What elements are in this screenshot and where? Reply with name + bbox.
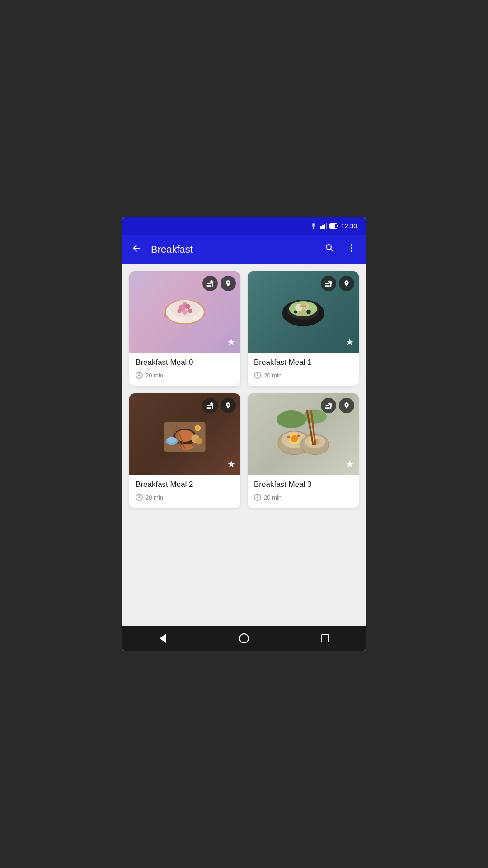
meal-duration-2: 20 min: [145, 494, 163, 501]
location-icon-1[interactable]: [339, 276, 354, 291]
status-icons: 12:30: [310, 222, 357, 230]
nav-recents-button[interactable]: [316, 629, 334, 647]
meal-image-container-1: ★: [248, 271, 359, 353]
svg-point-8: [351, 247, 352, 249]
meal-name-0: Breakfast Meal 0: [136, 358, 234, 367]
svg-point-27: [294, 310, 297, 313]
svg-point-18: [183, 302, 187, 307]
overlay-icons-3: [321, 398, 354, 413]
back-triangle-icon: [160, 634, 166, 643]
svg-point-53: [287, 436, 290, 438]
meal-illustration-3: [274, 405, 333, 463]
meal-info-2: Breakfast Meal 2 20 min: [129, 475, 240, 508]
clock-icon-3: [254, 494, 261, 501]
nav-home-button[interactable]: [235, 629, 253, 647]
meal-grid: ★ Breakfast Meal 0 20 min: [129, 271, 359, 508]
overlay-icons-2: [202, 398, 236, 413]
meal-name-2: Breakfast Meal 2: [136, 480, 234, 489]
meal-image-container-0: ★: [129, 271, 240, 353]
svg-point-9: [351, 250, 352, 252]
meal-name-3: Breakfast Meal 3: [254, 480, 352, 489]
meal-illustration-0: [158, 285, 212, 339]
meal-illustration-2: [155, 405, 214, 463]
svg-rect-2: [324, 224, 325, 229]
svg-point-46: [291, 435, 298, 443]
svg-rect-1: [322, 225, 324, 229]
signal-icon: [320, 223, 327, 229]
recents-square-icon: [321, 634, 329, 642]
meal-card-0[interactable]: ★ Breakfast Meal 0 20 min: [129, 271, 240, 386]
svg-rect-6: [337, 225, 338, 227]
svg-point-16: [177, 309, 182, 313]
overlay-icons-0: [202, 276, 236, 291]
clock-icon-1: [254, 372, 261, 379]
favorite-star-2[interactable]: ★: [227, 458, 236, 470]
meal-card-2[interactable]: ★ Breakfast Meal 2 20 min: [129, 393, 240, 508]
favorite-star-3[interactable]: ★: [345, 458, 354, 470]
svg-point-26: [306, 310, 311, 314]
food-type-icon-3[interactable]: [321, 398, 336, 413]
svg-point-40: [196, 426, 200, 430]
svg-rect-28: [300, 306, 306, 307]
svg-point-17: [188, 309, 192, 313]
meal-time-2: 20 min: [136, 494, 234, 501]
battery-icon: [329, 223, 338, 229]
meal-image-container-2: ★: [129, 393, 240, 475]
top-bar: Breakfast: [122, 235, 366, 264]
food-type-icon-2[interactable]: [202, 398, 218, 413]
back-button[interactable]: [129, 241, 144, 258]
meal-time-1: 20 min: [254, 372, 352, 379]
meal-name-1: Breakfast Meal 1: [254, 358, 352, 367]
bottom-nav: [122, 626, 366, 651]
status-time: 12:30: [341, 222, 357, 230]
food-type-icon-0[interactable]: [202, 276, 218, 291]
phone-container: 12:30 Breakfast: [122, 217, 366, 651]
more-options-button[interactable]: [344, 241, 359, 258]
svg-point-15: [182, 309, 188, 315]
svg-point-41: [277, 410, 306, 428]
food-type-icon-1[interactable]: [321, 276, 336, 291]
location-icon-2[interactable]: [221, 398, 236, 413]
meal-time-0: 20 min: [136, 372, 234, 379]
meal-time-3: 20 min: [254, 494, 352, 501]
meal-card-3[interactable]: ★ Breakfast Meal 3 20 min: [248, 393, 359, 508]
svg-point-54: [297, 434, 300, 437]
overlay-icons-1: [321, 276, 354, 291]
search-button[interactable]: [323, 241, 337, 258]
meal-info-3: Breakfast Meal 3 20 min: [248, 475, 359, 508]
favorite-star-0[interactable]: ★: [227, 336, 236, 348]
home-circle-icon: [239, 633, 249, 643]
location-icon-3[interactable]: [339, 398, 354, 413]
svg-point-33: [167, 437, 177, 443]
svg-rect-3: [326, 223, 327, 229]
status-bar: 12:30: [122, 217, 366, 235]
wifi-icon: [310, 223, 318, 229]
svg-point-7: [351, 244, 352, 246]
location-icon-0[interactable]: [221, 276, 236, 291]
main-content: ★ Breakfast Meal 0 20 min: [122, 264, 366, 626]
meal-info-1: Breakfast Meal 1 20 min: [248, 353, 359, 386]
svg-rect-5: [330, 224, 335, 228]
meal-image-container-3: ★: [248, 393, 359, 475]
meal-duration-0: 20 min: [145, 372, 163, 379]
meal-info-0: Breakfast Meal 0 20 min: [129, 353, 240, 386]
clock-icon-2: [136, 494, 143, 501]
nav-back-button[interactable]: [154, 629, 172, 647]
svg-point-25: [300, 310, 305, 316]
favorite-star-1[interactable]: ★: [345, 336, 354, 348]
meal-illustration-1: [276, 285, 330, 339]
clock-icon-0: [136, 372, 143, 379]
svg-point-35: [195, 438, 202, 445]
svg-point-23: [295, 304, 303, 311]
meal-duration-1: 20 min: [264, 372, 282, 379]
page-title: Breakfast: [151, 244, 315, 255]
meal-card-1[interactable]: ★ Breakfast Meal 1 20 min: [248, 271, 359, 386]
svg-rect-0: [320, 226, 322, 229]
meal-duration-3: 20 min: [264, 494, 282, 501]
